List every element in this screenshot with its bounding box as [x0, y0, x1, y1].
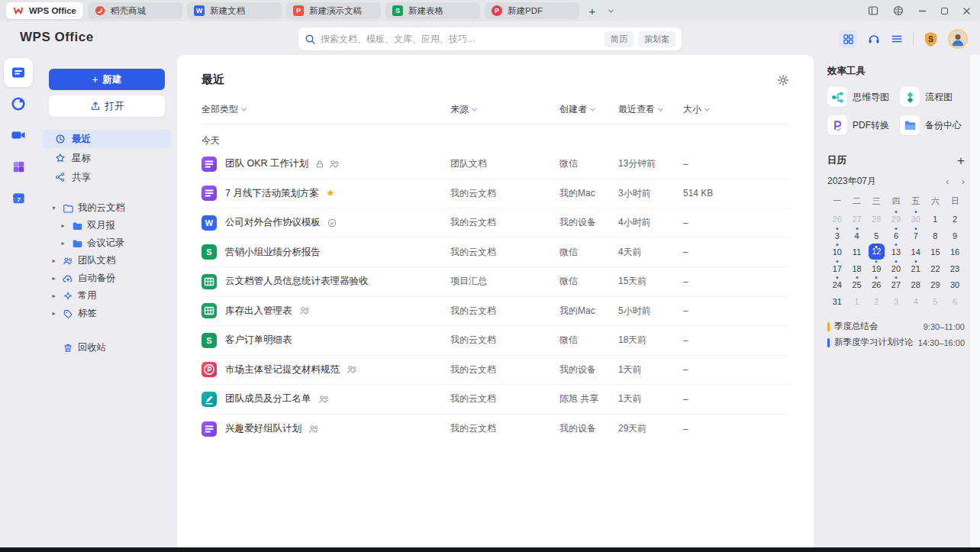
calendar-day[interactable]: 2	[866, 292, 886, 309]
menu-button[interactable]	[891, 33, 903, 45]
app-tab-doc[interactable]: W 新建文档	[187, 2, 282, 19]
app-tab-sheet[interactable]: S 新建表格	[385, 2, 480, 19]
rail-item-calendar[interactable]: 7	[4, 183, 33, 212]
calendar-day[interactable]: 13	[886, 243, 906, 260]
calendar-day[interactable]: 31	[827, 292, 847, 309]
membership-badge[interactable]: S	[924, 31, 938, 47]
calendar-day[interactable]: 7	[906, 227, 926, 244]
sidebar-item-bimonthly-report[interactable]: ▸ 双月报	[37, 217, 177, 234]
add-event-button[interactable]: +	[957, 156, 965, 166]
sidebar-item-recent[interactable]: 最近	[43, 130, 171, 148]
calendar-day[interactable]: 15	[926, 243, 946, 260]
tool-backup-center[interactable]: 备份中心	[900, 115, 965, 135]
filter-all-types[interactable]: 全部类型	[201, 103, 246, 116]
rail-item-apps[interactable]	[4, 152, 33, 181]
calendar-day[interactable]: 1	[847, 292, 867, 309]
filter-size[interactable]: 大小	[683, 103, 709, 116]
calendar-day[interactable]: 22	[926, 260, 946, 276]
tab-list-chevron-button[interactable]	[605, 2, 617, 19]
search-tag-plan[interactable]: 策划案	[638, 31, 675, 47]
calendar-day[interactable]: 5	[926, 292, 946, 309]
calendar-day[interactable]: 28	[906, 276, 926, 292]
new-button[interactable]: + 新建	[49, 69, 165, 90]
expander-closed-icon[interactable]: ▸	[60, 222, 66, 229]
calendar-day[interactable]: 16	[945, 243, 965, 260]
file-row[interactable]: W 公司对外合作协议模板 我的云文档 我的设备 4小时前 –	[201, 208, 789, 238]
tool-mindmap[interactable]: 思维导图	[827, 87, 892, 107]
calendar-day[interactable]: 23	[945, 260, 965, 276]
expander-closed-icon[interactable]: ▸	[50, 310, 57, 317]
calendar-day[interactable]: 25	[847, 276, 867, 292]
expander-closed-icon[interactable]: ▸	[50, 257, 57, 264]
settings-button[interactable]	[777, 74, 789, 86]
sidebar-item-auto-backup[interactable]: ▸ 自动备份	[37, 270, 177, 287]
filter-source[interactable]: 来源	[450, 103, 476, 116]
calendar-day[interactable]: 24	[827, 276, 847, 292]
maximize-button[interactable]	[941, 8, 948, 15]
support-button[interactable]	[867, 32, 881, 46]
calendar-day[interactable]: 18	[847, 260, 867, 276]
calendar-day[interactable]: 21	[906, 260, 926, 276]
next-month-button[interactable]: ›	[962, 176, 965, 187]
app-tab-pdf[interactable]: P 新建PDF	[485, 2, 579, 19]
calendar-day[interactable]: 27	[847, 210, 867, 227]
expander-closed-icon[interactable]: ▸	[50, 275, 57, 282]
tool-pdf-convert[interactable]: PDF转换	[827, 115, 892, 135]
expander-closed-icon[interactable]: ▸	[60, 240, 66, 247]
calendar-day[interactable]: 5	[866, 227, 886, 244]
prev-month-button[interactable]: ‹	[946, 176, 949, 187]
app-tab-wps[interactable]: WPS Office	[6, 2, 83, 19]
file-row[interactable]: S 客户订单明细表 我的云文档 微信 18天前 –	[201, 326, 789, 356]
calendar-day[interactable]: 28	[866, 210, 886, 227]
calendar-day[interactable]: 3	[827, 227, 847, 244]
sidebar-item-shared[interactable]: 共享	[43, 168, 171, 186]
filter-last-viewed[interactable]: 最近查看	[618, 103, 662, 116]
file-row[interactable]: 库存出入管理表 我的云文档 我的Mac 5小时前 –	[201, 297, 789, 327]
app-tab-ppt[interactable]: P 新建演示文稿	[286, 2, 381, 19]
calendar-day[interactable]: 26	[866, 276, 886, 292]
apps-grid-button[interactable]	[839, 30, 857, 48]
sidebar-item-starred[interactable]: 星标	[43, 149, 171, 167]
calendar-day[interactable]: 8	[926, 227, 946, 244]
calendar-day[interactable]: 19	[866, 260, 886, 276]
file-row[interactable]: S 营销小组业绩分析报告 我的云文档 微信 4天前 –	[201, 238, 789, 268]
calendar-day[interactable]: 10	[827, 243, 847, 260]
calendar-day[interactable]: 11	[847, 243, 867, 260]
calendar-day[interactable]: 17	[827, 260, 847, 276]
calendar-day[interactable]: 4	[847, 227, 867, 244]
event-item[interactable]: 季度总结会 9:30–11:00	[827, 318, 965, 334]
sidebar-item-frequent[interactable]: ▸ 常用	[37, 287, 177, 305]
calendar-day[interactable]: 3	[886, 292, 906, 309]
file-row[interactable]: 市场主体登记提交材料规范 我的云文档 我的设备 1天前 –	[201, 356, 789, 386]
app-tab-docer[interactable]: 稻壳商城	[88, 2, 182, 19]
sidebar-item-team-docs[interactable]: ▸ 团队文档	[37, 252, 177, 270]
filter-creator[interactable]: 创建者	[559, 103, 595, 116]
calendar-day[interactable]: 29	[886, 210, 906, 227]
calendar-day[interactable]: 30	[945, 276, 965, 292]
file-row[interactable]: 云文档管人员信息统计表理器验收 项目汇总 微信 15天前 –	[201, 267, 789, 297]
file-row[interactable]: 7 月线下活动策划方案 ★ 我的云文档 我的Mac 3小时前 514 KB	[201, 179, 789, 209]
minimize-button[interactable]	[918, 7, 927, 15]
calendar-day[interactable]: 27	[886, 276, 906, 292]
sidebar-item-my-cloud-docs[interactable]: ▾ 我的云文档	[37, 199, 177, 217]
search-bar[interactable]: 简历 策划案	[298, 27, 682, 50]
calendar-day[interactable]: 30	[906, 210, 926, 227]
calendar-day[interactable]: 6	[886, 227, 906, 244]
file-row[interactable]: 兴趣爱好组队计划 我的云文档 我的设备 29天前 –	[201, 415, 789, 444]
rail-item-meeting[interactable]	[4, 121, 33, 150]
open-button[interactable]: 打开	[49, 95, 165, 117]
file-row[interactable]: 团队 OKR 工作计划 团队文档 微信 13分钟前 –	[201, 150, 789, 179]
expander-open-icon[interactable]: ▾	[50, 205, 57, 211]
event-item[interactable]: 新季度学习计划讨论 14:30–16:00	[827, 334, 965, 350]
calendar-day[interactable]: 6	[945, 292, 965, 309]
sidebar-item-meeting-notes[interactable]: ▸ 会议记录	[37, 234, 177, 252]
rail-item-recent-sessions[interactable]	[4, 89, 33, 118]
calendar-day[interactable]: 26	[827, 210, 847, 227]
calendar-day[interactable]: 1	[926, 210, 946, 227]
calendar-day[interactable]: 9	[945, 227, 965, 244]
calendar-day[interactable]: 14	[906, 243, 926, 260]
new-tab-button[interactable]: +	[584, 2, 601, 19]
search-tag-resume[interactable]: 简历	[604, 31, 633, 47]
workspace-button[interactable]	[893, 5, 904, 16]
sidebar-item-tags[interactable]: ▸ 标签	[37, 305, 177, 322]
